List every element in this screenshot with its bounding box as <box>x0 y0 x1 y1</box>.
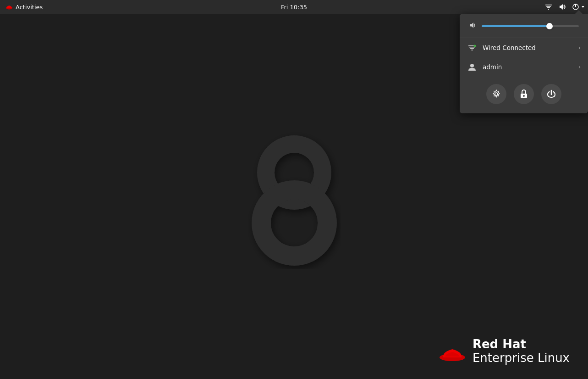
svg-rect-3 <box>547 7 550 8</box>
topbar: Activities Fri 10:35 <box>0 0 588 14</box>
svg-point-16 <box>495 93 498 95</box>
svg-rect-13 <box>472 50 473 50</box>
svg-rect-12 <box>470 48 474 49</box>
activities-label: Activities <box>16 4 43 11</box>
svg-rect-4 <box>548 9 549 10</box>
svg-point-15 <box>470 64 474 67</box>
wired-connected-label: Wired Connected <box>483 44 578 51</box>
redhat-hat-logo <box>439 339 466 364</box>
rhel-version-logo <box>244 122 345 271</box>
activities-button[interactable]: Activities <box>0 0 48 14</box>
redhat-branding: Red Hat Enterprise Linux <box>439 338 570 365</box>
svg-point-14 <box>474 45 476 47</box>
redhat-text: Red Hat Enterprise Linux <box>473 338 570 365</box>
user-icon <box>467 62 477 72</box>
lock-button[interactable] <box>514 84 534 104</box>
redhat-name: Red Hat <box>473 338 570 351</box>
user-item[interactable]: admin › <box>460 57 588 77</box>
volume-slider-thumb <box>546 23 553 29</box>
topbar-clock: Fri 10:35 <box>281 4 307 11</box>
svg-rect-2 <box>546 6 551 7</box>
redhat-activities-icon <box>5 3 13 11</box>
system-menu-popup: Wired Connected › admin › <box>460 14 588 113</box>
power-off-button[interactable] <box>541 84 561 104</box>
wired-network-icon <box>467 43 477 53</box>
bottom-actions <box>460 77 588 106</box>
volume-slider[interactable] <box>482 25 579 27</box>
wired-arrow-icon: › <box>578 45 581 51</box>
volume-status-icon[interactable] <box>555 0 569 14</box>
user-label: admin <box>483 63 578 71</box>
svg-point-18 <box>523 95 525 97</box>
volume-icon <box>469 21 477 31</box>
redhat-product: Enterprise Linux <box>473 351 570 365</box>
volume-section <box>460 14 588 38</box>
volume-slider-fill <box>482 25 550 27</box>
settings-button[interactable] <box>486 84 506 104</box>
svg-rect-1 <box>545 5 552 6</box>
wired-connected-item[interactable]: Wired Connected › <box>460 38 588 57</box>
svg-rect-11 <box>469 47 475 48</box>
user-arrow-icon: › <box>578 64 581 70</box>
network-status-icon[interactable] <box>542 0 555 14</box>
